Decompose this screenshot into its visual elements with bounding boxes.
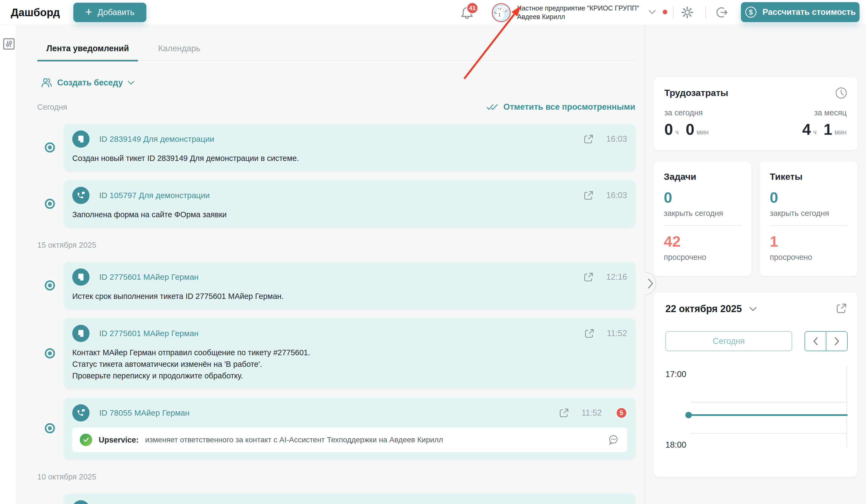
- tickets-overdue-value: 1: [770, 234, 847, 249]
- month-hours: 4: [802, 122, 811, 137]
- notification-row: ID 2756928 Разработка квиза для клиентов…: [37, 494, 635, 504]
- day-timeline[interactable]: 17:00 18:00: [665, 370, 848, 456]
- task-icon: [72, 500, 89, 504]
- notification-text: Создан новый тикет ID 2839149 Для демонс…: [72, 153, 627, 164]
- status-dot: [663, 10, 667, 14]
- unread-indicator[interactable]: [45, 142, 55, 153]
- notification-time: 11:52: [607, 328, 627, 338]
- calculate-cost-button[interactable]: $ Рассчитать стоимость: [741, 2, 859, 22]
- calendar-nav: [804, 331, 848, 351]
- notification-row: ID 2839149 Для демонстрации 16:03 Создан…: [37, 124, 635, 171]
- open-in-new-icon[interactable]: [583, 271, 594, 283]
- tab-notifications[interactable]: Лента уведомлений: [37, 44, 138, 60]
- open-in-new-icon[interactable]: [584, 328, 595, 339]
- notification-text: Заполнена форма на сайте ФОрма заявки: [72, 209, 627, 221]
- people-icon: [41, 77, 53, 89]
- section-header-date: 10 октября 2025: [37, 472, 635, 482]
- worklog-today: за сегодня 0 ч 0 мин: [664, 108, 709, 137]
- section-label: Сегодня: [37, 103, 67, 112]
- settings-button[interactable]: [681, 6, 694, 19]
- event-text: изменяет ответственного за контакт с AI-…: [145, 436, 443, 444]
- notification-text: Контакт МАйер Герман отправил сообщение …: [72, 347, 627, 382]
- logout-button[interactable]: [716, 6, 729, 19]
- chevron-down-icon[interactable]: [749, 306, 757, 312]
- tickets-card[interactable]: Тикеты 0 закрыть сегодня 1 просрочено: [759, 162, 857, 276]
- event-source: Upservice:: [99, 436, 138, 445]
- notification-card[interactable]: ID 2839149 Для демонстрации 16:03 Создан…: [64, 124, 635, 171]
- timeline-edge: [847, 366, 847, 448]
- open-in-new-icon[interactable]: [558, 407, 570, 418]
- notification-card[interactable]: ID 2775601 МАйер Герман 12:16 Истек срок…: [64, 262, 635, 309]
- create-chat-button[interactable]: Создать беседу: [41, 77, 135, 89]
- comment-dots-icon[interactable]: [607, 434, 620, 446]
- calendar-date[interactable]: 22 октября 2025: [665, 303, 742, 315]
- chevron-down-icon: [127, 80, 135, 85]
- notification-title-link[interactable]: ID 2775601 МАйер Герман: [99, 272, 198, 282]
- open-calendar-icon[interactable]: [835, 302, 848, 315]
- today-minutes: 0: [686, 122, 694, 137]
- filters-button[interactable]: [3, 38, 15, 50]
- logout-icon: [716, 6, 729, 19]
- notification-card[interactable]: ID 105797 Для демонстрации 16:03 Заполне…: [64, 180, 635, 227]
- notification-time: 11:52: [581, 408, 602, 418]
- current-time-dot: [685, 412, 692, 418]
- call-icon: [72, 187, 89, 204]
- unread-indicator[interactable]: [45, 280, 55, 291]
- svg-text:$: $: [749, 8, 753, 16]
- right-panel: Трудозатраты за сегодня 0 ч 0 мин за мес…: [645, 25, 866, 504]
- gear-icon: [681, 6, 694, 19]
- user-name: Авдеев Кирилл: [517, 12, 639, 21]
- notification-title-link[interactable]: ID 78055 МАйер Герман: [99, 408, 190, 417]
- prev-day-button[interactable]: [805, 332, 826, 351]
- divider: [673, 6, 674, 19]
- unread-count-badge: 5: [616, 407, 627, 418]
- notification-title-link[interactable]: ID 2839149 Для демонстрации: [99, 134, 214, 144]
- section-label: 15 октября 2025: [37, 241, 96, 249]
- clock-icon: [835, 87, 848, 99]
- ticket-icon: [72, 131, 89, 148]
- avatar[interactable]: [492, 3, 511, 22]
- notifications-bell[interactable]: 41: [460, 5, 476, 22]
- call-icon: [72, 404, 89, 422]
- divider: [770, 225, 847, 226]
- tasks-close-today-value: 0: [664, 190, 741, 205]
- topbar: Дашборд + Добавить 41 Частное предприяти…: [0, 0, 866, 25]
- open-in-new-icon[interactable]: [583, 190, 594, 201]
- left-rail: [0, 25, 17, 504]
- worklog-month: за месяц 4 ч 1 мин: [802, 108, 847, 137]
- notification-card[interactable]: ID 2756928 Разработка квиза для клиентов…: [64, 494, 635, 504]
- notification-feed: Лента уведомлений Календарь Создать бесе…: [17, 25, 645, 504]
- half-hour-gridline: [691, 402, 847, 403]
- unread-indicator[interactable]: [45, 423, 55, 433]
- tab-calendar[interactable]: Календарь: [149, 44, 209, 60]
- notification-title-link[interactable]: ID 105797 Для демонстрации: [99, 191, 210, 200]
- notification-row: ID 105797 Для демонстрации 16:03 Заполне…: [37, 180, 635, 227]
- notification-card[interactable]: ID 2775601 МАйер Герман 11:52 Контакт МА…: [64, 318, 635, 388]
- tasks-card[interactable]: Задачи 0 закрыть сегодня 42 просрочено: [654, 162, 752, 276]
- event-subcard: Upservice: изменяет ответственного за ко…: [72, 427, 627, 452]
- unread-indicator[interactable]: [45, 348, 55, 358]
- notification-title-link[interactable]: ID 2775601 МАйер Герман: [99, 329, 198, 338]
- account-info[interactable]: Частное предприятие "КРИОС ГРУПП" Авдеев…: [517, 4, 639, 21]
- dollar-icon: $: [745, 6, 757, 18]
- notification-card[interactable]: ID 78055 МАйер Герман 11:52 5 Upservice:…: [64, 398, 635, 459]
- unread-indicator[interactable]: [45, 199, 55, 209]
- tasks-title: Задачи: [664, 171, 741, 182]
- today-hours: 0: [664, 122, 673, 137]
- next-day-button[interactable]: [826, 332, 847, 351]
- collapse-panel-handle[interactable]: [634, 271, 659, 296]
- panel-divider: [645, 25, 645, 504]
- chevron-down-icon[interactable]: [648, 9, 656, 14]
- add-button[interactable]: + Добавить: [73, 3, 146, 22]
- mark-all-viewed-button[interactable]: Отметить все просмотренными: [486, 102, 635, 112]
- sliders-icon: [3, 38, 15, 50]
- time-label: 17:00: [665, 370, 686, 379]
- today-button[interactable]: Сегодня: [665, 331, 792, 351]
- open-in-new-icon[interactable]: [583, 133, 594, 145]
- tickets-close-today-value: 0: [770, 190, 847, 205]
- tabs: Лента уведомлений Календарь: [37, 44, 635, 61]
- section-header-today: Сегодня Отметить все просмотренными: [37, 102, 635, 112]
- chevron-right-icon: [834, 337, 840, 346]
- snowman-avatar-image: [492, 4, 508, 20]
- notification-time: 16:03: [606, 134, 627, 144]
